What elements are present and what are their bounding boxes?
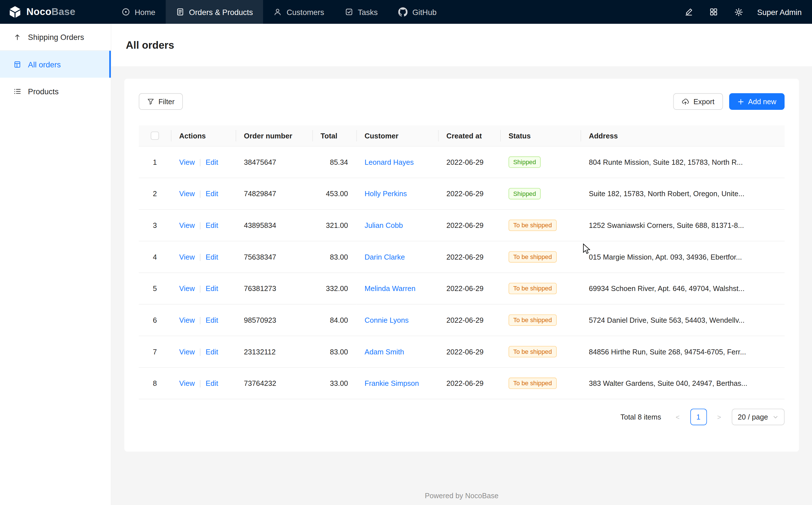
row-index[interactable]: 3 (139, 209, 171, 241)
address-cell: 383 Walter Gardens, Suite 040, 24947, Be… (581, 367, 785, 399)
customer-link[interactable]: Julian Cobb (365, 221, 403, 229)
pagination-prev-button[interactable]: < (669, 409, 686, 426)
action-divider (200, 380, 201, 387)
highlighter-icon (685, 8, 693, 16)
page-header: All orders (111, 24, 812, 66)
edit-link[interactable]: Edit (206, 189, 218, 198)
page-size-select[interactable]: 20 / page (732, 409, 785, 426)
total-cell: 453.00 (312, 178, 356, 210)
row-index[interactable]: 8 (139, 367, 171, 399)
nav-item-tasks[interactable]: Tasks (334, 0, 388, 24)
filter-button[interactable]: Filter (139, 93, 183, 110)
sidebar-item-shipping-orders[interactable]: Shipping Orders (0, 24, 111, 51)
toolbar-right: Export Add new (673, 93, 785, 110)
address-cell: 1252 Swaniawski Corners, Suite 688, 8137… (581, 209, 785, 241)
edit-link[interactable]: Edit (206, 347, 218, 356)
edit-link[interactable]: Edit (206, 284, 218, 293)
arrow-up-icon (14, 33, 21, 41)
action-divider (200, 191, 201, 198)
customer-link[interactable]: Melinda Warren (365, 285, 416, 293)
customer-cell: Frankie Simpson (356, 367, 438, 399)
view-link[interactable]: View (179, 221, 195, 229)
add-new-button[interactable]: Add new (729, 93, 785, 110)
add-new-button-label: Add new (748, 98, 776, 106)
customer-link[interactable]: Connie Lyons (365, 316, 409, 324)
view-link[interactable]: View (179, 316, 195, 324)
nav-item-github[interactable]: GitHub (388, 0, 447, 24)
export-icon (682, 98, 689, 105)
pagination-page-1[interactable]: 1 (690, 409, 707, 426)
nocobase-logo-icon (8, 5, 22, 19)
customer-link[interactable]: Leonard Hayes (365, 158, 414, 166)
customer-link[interactable]: Adam Smith (365, 348, 404, 356)
plugin-manager-button[interactable] (702, 0, 725, 24)
edit-link[interactable]: Edit (206, 253, 218, 261)
view-link[interactable]: View (179, 253, 195, 261)
table-row[interactable]: 7 ViewEdit 23132112 83.00 Adam Smith 202… (139, 336, 785, 368)
actions-cell: ViewEdit (171, 241, 236, 273)
settings-button[interactable] (727, 0, 750, 24)
export-button[interactable]: Export (673, 93, 723, 110)
row-index[interactable]: 6 (139, 304, 171, 336)
table-row[interactable]: 5 ViewEdit 76381273 332.00 Melinda Warre… (139, 273, 785, 304)
page-title: All orders (126, 39, 174, 51)
app-logo[interactable]: NocoBase (0, 0, 111, 24)
sidebar-item-all-orders[interactable]: All orders (0, 51, 111, 77)
column-header-select (139, 125, 171, 146)
select-all-checkbox[interactable] (151, 132, 159, 140)
chevron-down-icon (773, 414, 778, 420)
row-index[interactable]: 1 (139, 146, 171, 178)
row-index[interactable]: 7 (139, 336, 171, 368)
table-row[interactable]: 6 ViewEdit 98570923 84.00 Connie Lyons 2… (139, 304, 785, 336)
export-button-label: Export (694, 98, 715, 106)
customer-link[interactable]: Darin Clarke (365, 253, 405, 261)
sidebar-item-products[interactable]: Products (0, 77, 111, 105)
column-header-status: Status (500, 125, 581, 146)
row-index[interactable]: 5 (139, 273, 171, 304)
nav-item-orders-products[interactable]: Orders & Products (166, 0, 263, 24)
status-badge: To be shipped (508, 315, 556, 326)
navbar-actions: Super Admin (677, 0, 812, 24)
view-link[interactable]: View (179, 347, 195, 356)
table-toolbar: Filter Export (139, 93, 785, 110)
edit-link[interactable]: Edit (206, 379, 218, 387)
table-row[interactable]: 2 ViewEdit 74829847 453.00 Holly Perkins… (139, 178, 785, 210)
row-index[interactable]: 4 (139, 241, 171, 273)
table-row[interactable]: 4 ViewEdit 75638347 83.00 Darin Clarke 2… (139, 241, 785, 273)
sidebar-item-label: All orders (28, 60, 61, 68)
address-cell: 015 Margie Mission, Apt. 093, 34936, Ebe… (581, 241, 785, 273)
status-cell: To be shipped (500, 304, 581, 336)
status-badge: Shipped (508, 157, 541, 168)
status-badge: To be shipped (508, 283, 556, 294)
main-layout: Shipping Orders All orders (0, 24, 812, 505)
edit-link[interactable]: Edit (206, 221, 218, 229)
order-number-cell: 75638347 (236, 241, 312, 273)
order-number-cell: 23132112 (236, 336, 312, 368)
table-row[interactable]: 1 ViewEdit 38475647 85.34 Leonard Hayes … (139, 146, 785, 178)
pagination-next-button[interactable]: > (711, 409, 728, 426)
address-cell: 69934 Schoen River, Apt. 646, 49704, Wal… (581, 273, 785, 304)
view-link[interactable]: View (179, 158, 195, 166)
row-index[interactable]: 2 (139, 178, 171, 210)
edit-link[interactable]: Edit (206, 158, 218, 166)
top-navbar: NocoBase Home Orders & Products (0, 0, 812, 24)
table-header-row: Actions Order number Total Customer Crea… (139, 125, 785, 146)
total-cell: 85.34 (312, 146, 356, 178)
edit-link[interactable]: Edit (206, 316, 218, 324)
view-link[interactable]: View (179, 189, 195, 198)
actions-cell: ViewEdit (171, 273, 236, 304)
view-link[interactable]: View (179, 284, 195, 293)
table-row[interactable]: 8 ViewEdit 73764232 33.00 Frankie Simpso… (139, 367, 785, 399)
github-icon (398, 7, 408, 17)
main-nav: Home Orders & Products Customers (111, 0, 447, 24)
nav-item-home[interactable]: Home (111, 0, 166, 24)
user-menu[interactable]: Super Admin (752, 8, 802, 16)
ui-editor-button[interactable] (677, 0, 700, 24)
view-link[interactable]: View (179, 379, 195, 387)
customer-link[interactable]: Holly Perkins (365, 190, 407, 198)
table-row[interactable]: 3 ViewEdit 43895834 321.00 Julian Cobb 2… (139, 209, 785, 241)
status-badge: To be shipped (508, 220, 556, 231)
nav-item-label: Tasks (358, 8, 378, 16)
nav-item-customers[interactable]: Customers (263, 0, 335, 24)
customer-link[interactable]: Frankie Simpson (365, 379, 419, 387)
